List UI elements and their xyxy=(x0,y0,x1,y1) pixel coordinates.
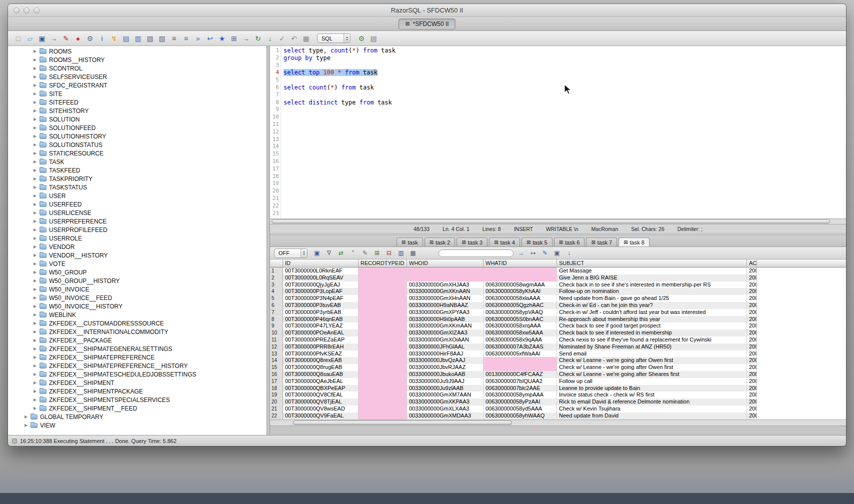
cell-whoid[interactable]: 0033000000GmXKPAA3 xyxy=(407,398,484,406)
expand-arrow-icon[interactable]: ▶ xyxy=(32,321,38,326)
cell-ac[interactable]: 200 xyxy=(747,288,757,295)
cell-ac[interactable]: 200 xyxy=(747,295,757,302)
cell-whatid[interactable] xyxy=(484,268,557,274)
expand-arrow-icon[interactable]: ▶ xyxy=(32,244,38,249)
table-row[interactable]: 1800T3000000QBXPeEAP0033000000Ju9zlAAB00… xyxy=(270,385,846,392)
expand-arrow-icon[interactable]: ▶ xyxy=(32,185,38,190)
export-icon[interactable]: ▥ xyxy=(133,34,143,44)
cell-ac[interactable]: 200 xyxy=(747,398,757,406)
results-tab-task-5[interactable]: ⊠task 5 xyxy=(522,238,552,246)
cell-recordtypeid[interactable] xyxy=(358,295,407,302)
row-number-cell[interactable]: 8 xyxy=(270,316,283,323)
close-tab-icon[interactable]: ⊠ xyxy=(624,240,628,245)
cell-subject[interactable]: Check nexis to see if they've found a re… xyxy=(557,336,747,344)
cell-ac[interactable]: 200 xyxy=(747,378,757,385)
cell-subject[interactable]: Send email xyxy=(557,350,747,358)
code-line[interactable] xyxy=(284,114,846,121)
history-icon[interactable]: ▦ xyxy=(301,34,311,44)
tree-item-zkfedex-shipmentpackage[interactable]: ▶ZKFEDEX__SHIPMENTPACKAGE xyxy=(8,387,266,396)
expand-arrow-icon[interactable]: ▶ xyxy=(32,92,38,96)
expand-arrow-icon[interactable]: ▶ xyxy=(32,58,38,62)
code-line[interactable] xyxy=(284,150,846,158)
code-line[interactable] xyxy=(284,92,846,99)
grid-horizontal-scrollbar[interactable] xyxy=(270,420,846,426)
cell-whatid[interactable]: 006300000058x9qAAA xyxy=(484,336,557,344)
cell-whoid[interactable]: 0033000000JbukoAAB xyxy=(407,371,484,378)
cell-whoid[interactable]: 0033000000Ju9J9AAJ xyxy=(407,378,484,385)
expand-arrow-icon[interactable]: ▶ xyxy=(32,270,38,274)
cell-recordtypeid[interactable] xyxy=(358,282,407,288)
save-results-icon[interactable]: ▣ xyxy=(312,248,322,258)
insert-row-icon[interactable]: ⊞ xyxy=(372,248,382,258)
table-row[interactable]: 1200T3000000PRR8rEAH0033000000JFhGlAAL00… xyxy=(270,344,846,350)
cell-recordtypeid[interactable] xyxy=(358,302,407,309)
cell-subject[interactable]: Invoice status check - check w/ RS first xyxy=(557,392,747,398)
row-number-cell[interactable]: 17 xyxy=(270,378,283,385)
code-line[interactable] xyxy=(284,121,846,128)
expand-arrow-icon[interactable]: ▶ xyxy=(32,126,38,130)
cell-subject[interactable]: Check w/ Leanne - we're going after Owen… xyxy=(557,357,747,364)
expand-arrow-icon[interactable]: ▶ xyxy=(32,338,38,342)
cell-whatid[interactable]: 00630000007bIQUAA2 xyxy=(484,378,557,385)
row-number-cell[interactable]: 19 xyxy=(270,392,283,398)
stepper-down-icon[interactable]: ▼ xyxy=(303,253,306,256)
settings-icon[interactable]: ⚙ xyxy=(356,34,366,44)
code-line[interactable]: select distinct type from task xyxy=(284,99,846,106)
cell-subject[interactable]: Nominated by Shane Freeman at ANZ (HR50) xyxy=(557,344,747,350)
cell-whatid[interactable] xyxy=(484,357,557,364)
expand-arrow-icon[interactable]: ▶ xyxy=(32,134,38,138)
tree-item-zkfedex-shipmategeneralsettings[interactable]: ▶ZKFEDEX__SHIPMATEGENERALSETTINGS xyxy=(8,344,266,353)
table-row[interactable]: 2000T3000000QV8TjEAL0033000000GmXKPAA300… xyxy=(270,398,846,406)
cell-subject[interactable]: Check-in w/ Ed - can he join this year? xyxy=(557,302,747,309)
table-row[interactable]: 1100T3000000PREZaEAP0033000000GmXOiAAN00… xyxy=(270,336,846,344)
row-number-cell[interactable]: 7 xyxy=(270,309,283,316)
cell-whoid[interactable]: 0033000000GmXKmAAN xyxy=(407,322,484,330)
tree-item-w50-group[interactable]: ▶W50_GROUP xyxy=(8,268,266,276)
code-line[interactable]: select count(*) from task xyxy=(284,84,846,92)
expand-arrow-icon[interactable]: ▶ xyxy=(32,262,38,266)
column-header-subject[interactable]: SUBJECT xyxy=(557,260,747,268)
row-number-cell[interactable]: 13 xyxy=(270,350,283,358)
go-first-icon[interactable]: → xyxy=(516,248,526,258)
expand-arrow-icon[interactable]: ▶ xyxy=(32,100,38,104)
cell-id[interactable]: 00T3000000P3N4pEAF xyxy=(283,295,358,302)
cell-whatid[interactable]: 006300000058wgmAAA xyxy=(484,282,557,288)
cell-ac[interactable]: 200 xyxy=(747,385,757,392)
expand-arrow-icon[interactable]: ▶ xyxy=(32,117,38,122)
code-line[interactable] xyxy=(284,106,846,114)
cell-id[interactable]: 00T3000000P47LYEAZ xyxy=(283,322,358,330)
expand-arrow-icon[interactable]: ▶ xyxy=(32,83,38,88)
tree-item-user[interactable]: ▶USER xyxy=(8,192,266,200)
cell-id[interactable]: 00T3000000L0RknEAF xyxy=(283,268,358,274)
cell-id[interactable]: 00T3000000P3LopEAF xyxy=(283,288,358,295)
row-number-cell[interactable]: 4 xyxy=(270,288,283,295)
expand-arrow-icon[interactable]: ▶ xyxy=(32,49,38,54)
close-file-icon[interactable]: ● xyxy=(73,34,83,44)
column-header-recordtypeid[interactable]: RECORDTYPEID xyxy=(358,260,407,268)
cell-whoid[interactable]: 0033000000GmXHJAA3 xyxy=(407,282,484,288)
expand-arrow-icon[interactable]: ▶ xyxy=(32,330,38,334)
cell-whatid[interactable]: 006300000058yPzAAI xyxy=(484,398,557,406)
connection-icon[interactable]: ⚙ xyxy=(85,34,95,44)
tree-item-zkfedex-shipment-feed[interactable]: ▶ZKFEDEX__SHIPMENT__FEED xyxy=(8,404,266,412)
tools-icon[interactable]: ⊞ xyxy=(229,34,239,44)
cell-subject[interactable]: Rick to email David & reference Delmonte… xyxy=(557,398,747,406)
tree-item-zkfedex-shipmatescheduledjobssettings[interactable]: ▶ZKFEDEX__SHIPMATESCHEDULEDJOBSSETTINGS xyxy=(8,370,266,378)
code-line[interactable] xyxy=(284,136,846,144)
filter-icon[interactable]: ∇ xyxy=(324,248,334,258)
expand-arrow-icon[interactable]: ▶ xyxy=(32,151,38,156)
expand-arrow-icon[interactable]: ▶ xyxy=(32,210,38,215)
document-tab[interactable]: ⊠ *SFDCW50 II xyxy=(398,18,455,30)
tree-item-w50-invoice-feed[interactable]: ▶W50_INVOICE__FEED xyxy=(8,294,266,302)
row-number-cell[interactable]: 3 xyxy=(270,282,283,288)
copy-table-icon[interactable]: ▦ xyxy=(408,248,418,258)
cell-recordtypeid[interactable] xyxy=(358,378,407,385)
code-line[interactable] xyxy=(284,166,846,173)
cell-whatid[interactable]: 006300000058yKhAAI xyxy=(484,288,557,295)
expand-arrow-icon[interactable]: ▶ xyxy=(32,194,38,198)
results-tab-task-4[interactable]: ⊠task 4 xyxy=(489,238,520,246)
tree-item-userrole[interactable]: ▶USERROLE xyxy=(8,234,266,242)
expand-arrow-icon[interactable]: ▶ xyxy=(32,160,38,164)
cell-recordtypeid[interactable] xyxy=(358,330,407,336)
table-row[interactable]: 500T3000000P3N4pEAF0033000000GmXHnAAN006… xyxy=(270,295,846,302)
